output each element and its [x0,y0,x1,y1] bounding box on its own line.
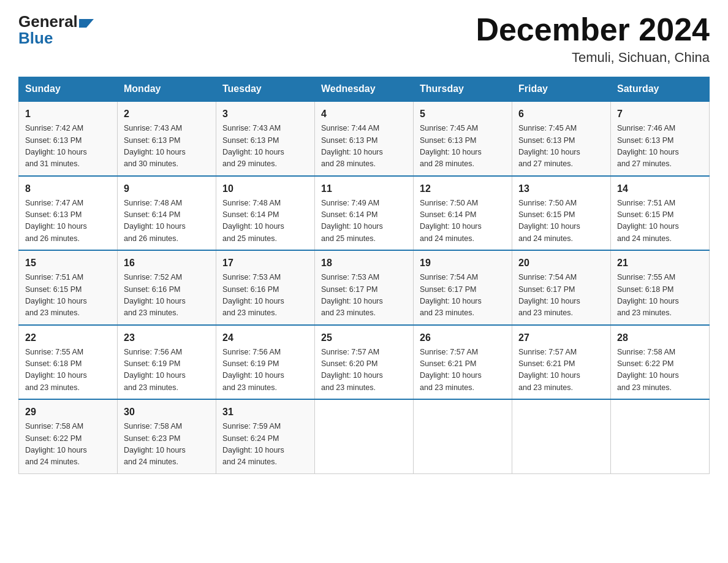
calendar-cell: 3Sunrise: 7:43 AMSunset: 6:13 PMDaylight… [216,101,315,176]
day-number: 26 [420,331,506,345]
month-title: December 2024 [476,12,710,47]
weekday-header-saturday: Saturday [611,77,710,102]
day-number: 20 [518,256,604,270]
day-number: 23 [124,331,210,345]
weekday-header-friday: Friday [512,77,611,102]
week-row-5: 29Sunrise: 7:58 AMSunset: 6:22 PMDayligh… [19,399,710,473]
day-number: 2 [124,107,210,121]
calendar-cell: 4Sunrise: 7:44 AMSunset: 6:13 PMDaylight… [315,101,414,176]
day-number: 15 [25,256,111,270]
week-row-1: 1Sunrise: 7:42 AMSunset: 6:13 PMDaylight… [19,101,710,176]
day-info: Sunrise: 7:55 AMSunset: 6:18 PMDaylight:… [25,347,111,394]
day-info: Sunrise: 7:53 AMSunset: 6:16 PMDaylight:… [222,272,308,320]
day-number: 5 [420,107,506,121]
calendar-cell: 9Sunrise: 7:48 AMSunset: 6:14 PMDaylight… [118,176,216,251]
day-info: Sunrise: 7:54 AMSunset: 6:17 PMDaylight:… [518,272,604,320]
day-info: Sunrise: 7:48 AMSunset: 6:14 PMDaylight:… [124,197,210,245]
day-number: 11 [321,182,407,196]
day-info: Sunrise: 7:51 AMSunset: 6:15 PMDaylight:… [25,272,111,320]
weekday-header-wednesday: Wednesday [315,77,414,102]
day-info: Sunrise: 7:46 AMSunset: 6:13 PMDaylight:… [617,123,703,170]
day-info: Sunrise: 7:45 AMSunset: 6:13 PMDaylight:… [518,123,604,170]
day-info: Sunrise: 7:58 AMSunset: 6:22 PMDaylight:… [25,421,111,469]
day-number: 28 [617,331,703,345]
day-number: 1 [25,107,111,121]
calendar-cell: 2Sunrise: 7:43 AMSunset: 6:13 PMDaylight… [118,101,216,176]
day-info: Sunrise: 7:49 AMSunset: 6:14 PMDaylight:… [321,197,407,245]
title-block: December 2024 Temuli, Sichuan, China [476,12,710,66]
calendar-cell: 15Sunrise: 7:51 AMSunset: 6:15 PMDayligh… [19,250,118,325]
day-number: 9 [124,182,210,196]
calendar-cell: 27Sunrise: 7:57 AMSunset: 6:21 PMDayligh… [512,325,611,400]
day-info: Sunrise: 7:42 AMSunset: 6:13 PMDaylight:… [25,123,111,170]
day-number: 4 [321,107,407,121]
logo-arrow-icon [79,19,94,28]
page-header: General Blue December 2024 Temuli, Sichu… [18,12,710,66]
calendar-cell: 25Sunrise: 7:57 AMSunset: 6:20 PMDayligh… [315,325,414,400]
calendar-cell: 1Sunrise: 7:42 AMSunset: 6:13 PMDaylight… [19,101,118,176]
calendar-cell: 5Sunrise: 7:45 AMSunset: 6:13 PMDaylight… [414,101,512,176]
calendar-cell: 22Sunrise: 7:55 AMSunset: 6:18 PMDayligh… [19,325,118,400]
day-info: Sunrise: 7:52 AMSunset: 6:16 PMDaylight:… [124,272,210,320]
day-info: Sunrise: 7:48 AMSunset: 6:14 PMDaylight:… [222,197,308,245]
calendar-cell [611,399,710,473]
day-info: Sunrise: 7:54 AMSunset: 6:17 PMDaylight:… [420,272,506,320]
day-number: 30 [124,405,210,419]
calendar-cell: 10Sunrise: 7:48 AMSunset: 6:14 PMDayligh… [216,176,315,251]
day-number: 19 [420,256,506,270]
location-text: Temuli, Sichuan, China [476,50,710,66]
day-number: 21 [617,256,703,270]
calendar-cell [512,399,611,473]
calendar-cell: 13Sunrise: 7:50 AMSunset: 6:15 PMDayligh… [512,176,611,251]
day-number: 8 [25,182,111,196]
day-info: Sunrise: 7:56 AMSunset: 6:19 PMDaylight:… [222,347,308,394]
calendar-cell: 24Sunrise: 7:56 AMSunset: 6:19 PMDayligh… [216,325,315,400]
day-number: 6 [518,107,604,121]
weekday-header-thursday: Thursday [414,77,512,102]
day-info: Sunrise: 7:45 AMSunset: 6:13 PMDaylight:… [420,123,506,170]
calendar-cell: 6Sunrise: 7:45 AMSunset: 6:13 PMDaylight… [512,101,611,176]
calendar-cell [315,399,414,473]
calendar-cell: 23Sunrise: 7:56 AMSunset: 6:19 PMDayligh… [118,325,216,400]
day-number: 29 [25,405,111,419]
day-info: Sunrise: 7:57 AMSunset: 6:21 PMDaylight:… [518,347,604,394]
calendar-cell: 12Sunrise: 7:50 AMSunset: 6:14 PMDayligh… [414,176,512,251]
calendar-cell: 17Sunrise: 7:53 AMSunset: 6:16 PMDayligh… [216,250,315,325]
day-info: Sunrise: 7:43 AMSunset: 6:13 PMDaylight:… [222,123,308,170]
week-row-2: 8Sunrise: 7:47 AMSunset: 6:13 PMDaylight… [19,176,710,251]
day-number: 18 [321,256,407,270]
day-info: Sunrise: 7:55 AMSunset: 6:18 PMDaylight:… [617,272,703,320]
calendar-cell: 18Sunrise: 7:53 AMSunset: 6:17 PMDayligh… [315,250,414,325]
day-number: 10 [222,182,308,196]
day-info: Sunrise: 7:57 AMSunset: 6:20 PMDaylight:… [321,347,407,394]
calendar-cell: 29Sunrise: 7:58 AMSunset: 6:22 PMDayligh… [19,399,118,473]
calendar-cell: 14Sunrise: 7:51 AMSunset: 6:15 PMDayligh… [611,176,710,251]
day-info: Sunrise: 7:56 AMSunset: 6:19 PMDaylight:… [124,347,210,394]
calendar-cell: 20Sunrise: 7:54 AMSunset: 6:17 PMDayligh… [512,250,611,325]
logo-blue-text: Blue [18,29,94,48]
calendar-cell: 31Sunrise: 7:59 AMSunset: 6:24 PMDayligh… [216,399,315,473]
week-row-3: 15Sunrise: 7:51 AMSunset: 6:15 PMDayligh… [19,250,710,325]
logo: General Blue [18,12,94,48]
calendar-cell: 7Sunrise: 7:46 AMSunset: 6:13 PMDaylight… [611,101,710,176]
day-info: Sunrise: 7:51 AMSunset: 6:15 PMDaylight:… [617,197,703,245]
day-number: 25 [321,331,407,345]
day-number: 22 [25,331,111,345]
day-number: 16 [124,256,210,270]
day-number: 12 [420,182,506,196]
weekday-header-monday: Monday [118,77,216,102]
calendar-cell: 28Sunrise: 7:58 AMSunset: 6:22 PMDayligh… [611,325,710,400]
calendar-table: SundayMondayTuesdayWednesdayThursdayFrid… [18,77,710,474]
calendar-cell: 26Sunrise: 7:57 AMSunset: 6:21 PMDayligh… [414,325,512,400]
week-row-4: 22Sunrise: 7:55 AMSunset: 6:18 PMDayligh… [19,325,710,400]
day-number: 24 [222,331,308,345]
day-info: Sunrise: 7:58 AMSunset: 6:23 PMDaylight:… [124,421,210,469]
day-info: Sunrise: 7:44 AMSunset: 6:13 PMDaylight:… [321,123,407,170]
day-info: Sunrise: 7:57 AMSunset: 6:21 PMDaylight:… [420,347,506,394]
weekday-header-row: SundayMondayTuesdayWednesdayThursdayFrid… [19,77,710,102]
calendar-cell: 16Sunrise: 7:52 AMSunset: 6:16 PMDayligh… [118,250,216,325]
day-number: 14 [617,182,703,196]
day-number: 7 [617,107,703,121]
day-info: Sunrise: 7:53 AMSunset: 6:17 PMDaylight:… [321,272,407,320]
calendar-cell: 30Sunrise: 7:58 AMSunset: 6:23 PMDayligh… [118,399,216,473]
